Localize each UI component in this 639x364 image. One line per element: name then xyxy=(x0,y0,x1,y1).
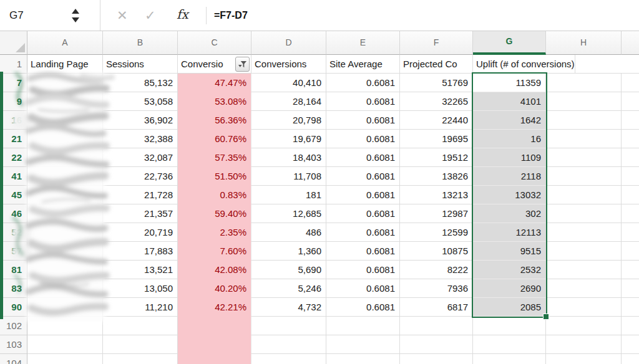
cell-G57[interactable]: 9515 xyxy=(473,242,546,261)
cell-G81[interactable]: 2532 xyxy=(473,261,546,279)
cell-partial-46[interactable] xyxy=(622,204,639,223)
column-header-partial[interactable] xyxy=(622,31,639,55)
cell-partial-41[interactable] xyxy=(622,167,639,186)
column-header-C[interactable]: C xyxy=(178,31,251,55)
row-header-81[interactable]: 81 xyxy=(0,261,27,279)
column-header-F[interactable]: F xyxy=(400,31,473,55)
cell-F103[interactable] xyxy=(400,335,473,354)
row-header-41[interactable]: 41 xyxy=(0,167,27,186)
cell-partial-90[interactable] xyxy=(622,298,639,317)
cell-E22[interactable]: 0.6081 xyxy=(326,148,400,167)
cell-D45[interactable]: 181 xyxy=(251,186,326,204)
row-header-7[interactable]: 7 xyxy=(0,74,27,92)
cell-D9[interactable]: 28,164 xyxy=(251,92,326,111)
cell-C16[interactable]: 56.36% xyxy=(178,111,251,130)
cell-G83[interactable]: 2690 xyxy=(473,279,546,298)
cell-C45[interactable]: 0.83% xyxy=(178,186,251,204)
cell-H90[interactable] xyxy=(546,298,622,317)
cell-A103[interactable] xyxy=(27,335,103,354)
column-header-H[interactable]: H xyxy=(546,31,622,55)
cell-C83[interactable]: 40.20% xyxy=(178,279,251,298)
cell-C102[interactable] xyxy=(178,317,251,335)
cancel-icon[interactable]: ✕ xyxy=(117,0,128,31)
cell-E1[interactable]: Site Average xyxy=(326,55,400,74)
cell-F16[interactable]: 22440 xyxy=(400,111,473,130)
row-header-45[interactable]: 45 xyxy=(0,186,27,204)
cell-C90[interactable]: 42.21% xyxy=(178,298,251,317)
cell-C57[interactable]: 7.60% xyxy=(178,242,251,261)
cell-B90[interactable]: 11,210 xyxy=(103,298,178,317)
name-box-spinner[interactable] xyxy=(71,7,80,24)
cell-D16[interactable]: 20,798 xyxy=(251,111,326,130)
cell-F102[interactable] xyxy=(400,317,473,335)
cell-A102[interactable] xyxy=(27,317,103,335)
cell-A83[interactable] xyxy=(27,279,103,298)
row-header-1[interactable]: 1 xyxy=(0,55,27,74)
cell-F81[interactable]: 8222 xyxy=(400,261,473,279)
cell-partial-104[interactable] xyxy=(622,354,639,364)
cell-C9[interactable]: 53.08% xyxy=(178,92,251,111)
cell-G45[interactable]: 13032 xyxy=(473,186,546,204)
cell-A1[interactable]: Landing Page xyxy=(27,55,103,74)
cell-G7[interactable]: 11359 xyxy=(473,74,546,92)
row-header-103[interactable]: 103 xyxy=(0,335,27,354)
cell-B1[interactable]: Sessions xyxy=(103,55,178,74)
cell-C104[interactable] xyxy=(178,354,251,364)
cell-H7[interactable] xyxy=(546,74,622,92)
cell-G52[interactable]: 12113 xyxy=(473,223,546,242)
cell-G1[interactable]: Uplift (# of conversions) xyxy=(473,55,575,74)
cell-reference[interactable]: G7 xyxy=(9,0,24,31)
cell-H83[interactable] xyxy=(546,279,622,298)
cell-B22[interactable]: 32,087 xyxy=(103,148,178,167)
cell-B41[interactable]: 22,736 xyxy=(103,167,178,186)
cell-F9[interactable]: 32265 xyxy=(400,92,473,111)
cell-H81[interactable] xyxy=(546,261,622,279)
cell-A52[interactable] xyxy=(27,223,103,242)
cell-E103[interactable] xyxy=(326,335,400,354)
cell-A7[interactable] xyxy=(27,74,103,92)
column-header-G[interactable]: G xyxy=(473,31,546,55)
cell-D7[interactable]: 40,410 xyxy=(251,74,326,92)
cell-C46[interactable]: 59.40% xyxy=(178,204,251,223)
cell-A21[interactable] xyxy=(27,130,103,148)
cell-C52[interactable]: 2.35% xyxy=(178,223,251,242)
cell-G22[interactable]: 1109 xyxy=(473,148,546,167)
row-header-22[interactable]: 22 xyxy=(0,148,27,167)
cell-partial-52[interactable] xyxy=(622,223,639,242)
cell-D46[interactable]: 12,685 xyxy=(251,204,326,223)
cell-F45[interactable]: 13213 xyxy=(400,186,473,204)
cell-B52[interactable]: 20,719 xyxy=(103,223,178,242)
cell-H104[interactable] xyxy=(546,354,622,364)
cell-H16[interactable] xyxy=(546,111,622,130)
cell-A45[interactable] xyxy=(27,186,103,204)
cell-G41[interactable]: 2118 xyxy=(473,167,546,186)
cell-partial-103[interactable] xyxy=(622,335,639,354)
cell-B103[interactable] xyxy=(103,335,178,354)
cell-E46[interactable]: 0.6081 xyxy=(326,204,400,223)
column-header-D[interactable]: D xyxy=(251,31,326,55)
cell-B104[interactable] xyxy=(103,354,178,364)
cell-A16[interactable] xyxy=(27,111,103,130)
cell-G16[interactable]: 1642 xyxy=(473,111,546,130)
cell-E83[interactable]: 0.6081 xyxy=(326,279,400,298)
cell-E52[interactable]: 0.6081 xyxy=(326,223,400,242)
cell-B21[interactable]: 32,388 xyxy=(103,130,178,148)
formula-input[interactable]: =F7-D7 xyxy=(214,0,248,31)
cell-partial-45[interactable] xyxy=(622,186,639,204)
cell-H52[interactable] xyxy=(546,223,622,242)
cell-E21[interactable]: 0.6081 xyxy=(326,130,400,148)
cell-E45[interactable]: 0.6081 xyxy=(326,186,400,204)
row-header-90[interactable]: 90 xyxy=(0,298,27,317)
column-header-B[interactable]: B xyxy=(103,31,178,55)
cell-E57[interactable]: 0.6081 xyxy=(326,242,400,261)
cell-B57[interactable]: 17,883 xyxy=(103,242,178,261)
row-header-52[interactable]: 52 xyxy=(0,223,27,242)
cell-B9[interactable]: 53,058 xyxy=(103,92,178,111)
fill-handle[interactable] xyxy=(543,314,549,320)
cell-D22[interactable]: 18,403 xyxy=(251,148,326,167)
cell-D1[interactable]: Conversions xyxy=(251,55,326,74)
cell-H1[interactable] xyxy=(575,55,639,74)
cell-partial-9[interactable] xyxy=(622,92,639,111)
cell-E90[interactable]: 0.6081 xyxy=(326,298,400,317)
spinner-down-icon[interactable] xyxy=(72,17,79,22)
